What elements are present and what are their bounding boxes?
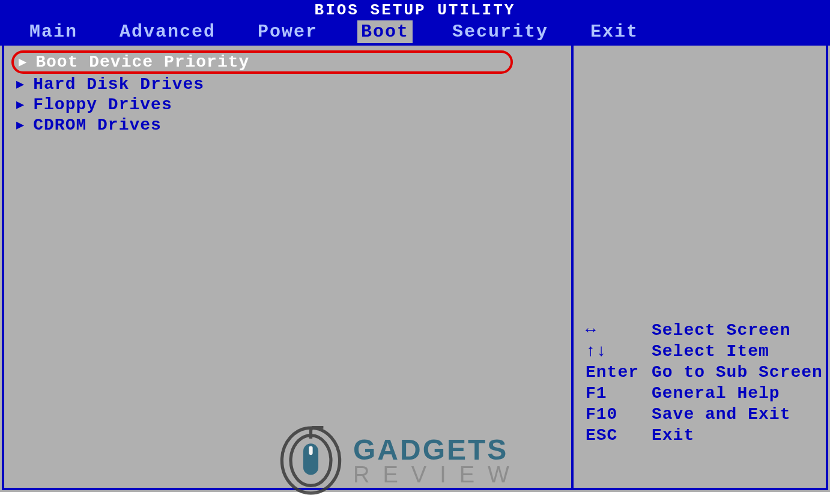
watermark-text: GADGETS REVIEW: [353, 436, 523, 486]
content-area: ▶ Boot Device Priority ▶ Hard Disk Drive…: [2, 46, 828, 490]
menu-item-label: CDROM Drives: [33, 116, 162, 134]
svg-rect-3: [309, 446, 312, 455]
menu-item-boot-device-priority[interactable]: ▶ Boot Device Priority: [11, 50, 513, 74]
header-bar: BIOS SETUP UTILITY Main Advanced Power B…: [0, 0, 830, 46]
help-row-enter: Enter Go to Sub Screen: [586, 362, 823, 383]
menu-item-floppy-drives[interactable]: ▶ Floppy Drives: [11, 95, 564, 115]
help-row-select-item: ↑↓ Select Item: [586, 341, 823, 362]
tabs-row: Main Advanced Power Boot Security Exit: [0, 18, 830, 46]
watermark-text-bottom: REVIEW: [353, 463, 523, 486]
watermark-logo: GADGETS REVIEW: [279, 426, 523, 495]
help-desc: Select Screen: [652, 320, 790, 341]
menu-item-cdrom-drives[interactable]: ▶ CDROM Drives: [11, 115, 564, 135]
menu-item-hard-disk-drives[interactable]: ▶ Hard Disk Drives: [11, 74, 564, 94]
triangle-right-icon: ▶: [16, 97, 25, 113]
menu-item-label: Floppy Drives: [33, 95, 172, 114]
help-row-select-screen: ↔ Select Screen: [586, 320, 823, 341]
tab-exit[interactable]: Exit: [588, 22, 641, 42]
help-row-f1: F1 General Help: [586, 383, 823, 404]
tab-boot[interactable]: Boot: [357, 20, 413, 43]
help-key: ↑↓: [586, 341, 652, 362]
tab-security[interactable]: Security: [450, 22, 551, 42]
help-desc: Go to Sub Screen: [652, 362, 823, 383]
bios-title: BIOS SETUP UTILITY: [0, 0, 830, 18]
help-key: ESC: [586, 425, 652, 446]
help-key: F1: [586, 383, 652, 404]
help-desc: Save and Exit: [652, 404, 790, 425]
help-row-esc: ESC Exit: [586, 425, 823, 446]
triangle-right-icon: ▶: [16, 117, 25, 133]
watermark-text-top: GADGETS: [353, 436, 523, 464]
help-row-f10: F10 Save and Exit: [586, 404, 823, 425]
tab-main[interactable]: Main: [27, 22, 80, 42]
tab-advanced[interactable]: Advanced: [117, 22, 218, 42]
help-panel: ↔ Select Screen ↑↓ Select Item Enter Go …: [574, 46, 826, 488]
triangle-right-icon: ▶: [19, 54, 27, 70]
bios-window: BIOS SETUP UTILITY Main Advanced Power B…: [0, 0, 830, 492]
main-panel: ▶ Boot Device Priority ▶ Hard Disk Drive…: [4, 46, 574, 488]
help-desc: Exit: [652, 425, 694, 446]
help-key: Enter: [586, 362, 652, 383]
menu-item-label: Hard Disk Drives: [33, 75, 204, 94]
tab-power[interactable]: Power: [255, 22, 320, 42]
help-key: ↔: [586, 320, 652, 341]
menu-item-label: Boot Device Priority: [35, 53, 249, 71]
help-key: F10: [586, 404, 652, 425]
triangle-right-icon: ▶: [16, 76, 25, 92]
help-list: ↔ Select Screen ↑↓ Select Item Enter Go …: [586, 320, 823, 446]
mouse-icon: [279, 426, 342, 495]
help-desc: Select Item: [652, 341, 769, 362]
help-desc: General Help: [652, 383, 780, 404]
